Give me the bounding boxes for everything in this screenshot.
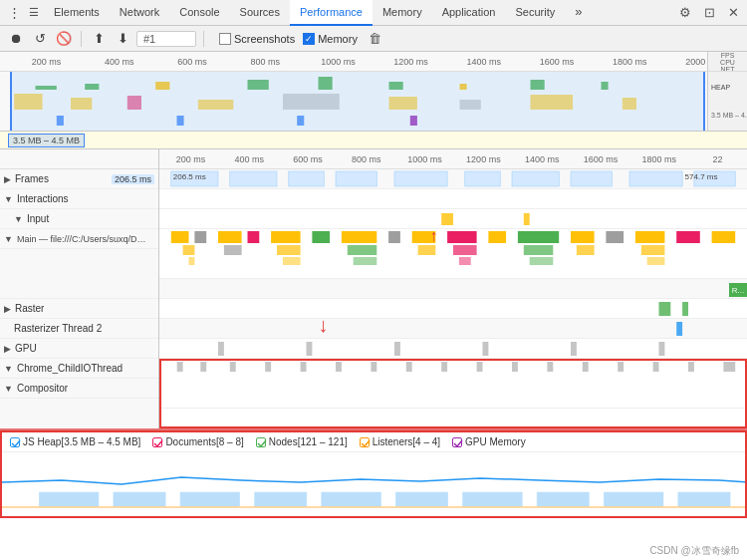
refresh-button[interactable]: ↺ bbox=[30, 29, 50, 49]
svg-rect-84 bbox=[477, 362, 483, 372]
frames-row[interactable]: ▶ Frames 206.5 ms bbox=[0, 169, 158, 189]
svg-rect-10 bbox=[71, 98, 92, 110]
fps-chart bbox=[0, 72, 707, 92]
svg-rect-15 bbox=[460, 100, 481, 110]
detail-ruler-left bbox=[0, 149, 158, 169]
upload-button[interactable]: ⬆ bbox=[89, 29, 109, 49]
download-button[interactable]: ⬇ bbox=[113, 29, 132, 49]
tab-sources[interactable]: Sources bbox=[230, 0, 290, 26]
input-chart-row bbox=[159, 209, 747, 229]
input-triangle: ▼ bbox=[14, 214, 23, 224]
svg-rect-17 bbox=[622, 98, 636, 110]
svg-rect-67 bbox=[682, 302, 688, 316]
interactions-row[interactable]: ▼ Interactions bbox=[0, 189, 158, 209]
svg-rect-14 bbox=[389, 97, 417, 110]
gpu-row[interactable]: ▶ GPU bbox=[0, 339, 158, 359]
close-icon[interactable]: ✕ bbox=[723, 3, 743, 23]
screenshots-checkbox[interactable] bbox=[219, 33, 231, 45]
dr-2: 400 ms bbox=[220, 154, 279, 164]
memory-checkbox[interactable]: ✓ bbox=[303, 33, 315, 45]
gpu-memory-checkbox[interactable] bbox=[452, 437, 462, 447]
svg-rect-34 bbox=[171, 231, 189, 243]
screenshots-check[interactable]: Screenshots bbox=[219, 33, 295, 45]
svg-rect-53 bbox=[277, 245, 301, 255]
svg-rect-96 bbox=[322, 492, 381, 506]
svg-rect-81 bbox=[371, 362, 376, 372]
tab-performance[interactable]: Performance bbox=[290, 0, 373, 26]
svg-rect-18 bbox=[57, 116, 64, 126]
legend-js-heap[interactable]: JS Heap[3.5 MB – 4.5 MB] bbox=[10, 436, 140, 447]
input-label: Input bbox=[27, 213, 49, 224]
frames-label: Frames bbox=[15, 173, 49, 184]
url-input[interactable] bbox=[136, 31, 196, 47]
tab-memory[interactable]: Memory bbox=[373, 0, 432, 26]
dr-1: 200 ms bbox=[161, 154, 220, 164]
inspect-icon[interactable]: ☰ bbox=[24, 3, 44, 23]
record-button[interactable]: ⏺ bbox=[6, 29, 26, 49]
docs-label: Documents[8 – 8] bbox=[165, 436, 243, 447]
raster-row[interactable]: ▶ Raster bbox=[0, 299, 158, 319]
chrome-io-row[interactable]: ▼ Chrome_ChildIOThread bbox=[0, 359, 158, 379]
svg-rect-20 bbox=[297, 116, 304, 126]
compositor-row[interactable]: ▼ Compositor bbox=[0, 379, 158, 399]
svg-rect-4 bbox=[319, 77, 333, 90]
legend-documents[interactable]: Documents[8 – 8] bbox=[152, 436, 243, 447]
rasterizer-row[interactable]: Rasterizer Thread 2 bbox=[0, 319, 158, 339]
ruler-mark: 1000 ms bbox=[302, 57, 374, 67]
chrome-io-chart-row bbox=[159, 339, 747, 359]
svg-rect-99 bbox=[537, 492, 589, 506]
main-row[interactable]: ▼ Main — file:///C:/Users/suxq/Desktop/%… bbox=[0, 229, 158, 249]
main-chart bbox=[159, 229, 747, 279]
docs-checkbox[interactable] bbox=[152, 437, 162, 447]
svg-rect-46 bbox=[571, 231, 595, 243]
tab-application[interactable]: Application bbox=[432, 0, 506, 26]
gpu-triangle: ▶ bbox=[4, 344, 11, 354]
dr-4: 800 ms bbox=[337, 154, 395, 164]
input-chart bbox=[159, 209, 747, 229]
listeners-checkbox[interactable] bbox=[360, 437, 370, 447]
js-heap-checkbox[interactable] bbox=[10, 437, 20, 447]
main-triangle: ▼ bbox=[4, 234, 13, 244]
input-row[interactable]: ▼ Input bbox=[0, 209, 158, 229]
svg-rect-72 bbox=[483, 342, 489, 356]
svg-rect-2 bbox=[155, 82, 169, 90]
nodes-checkbox[interactable] bbox=[256, 437, 266, 447]
ruler-mark: 1200 ms bbox=[374, 57, 447, 67]
memory-check[interactable]: ✓ Memory bbox=[303, 33, 358, 45]
svg-rect-48 bbox=[635, 231, 665, 243]
svg-rect-59 bbox=[641, 245, 665, 255]
frames-time-display: 206.5 ms bbox=[171, 172, 208, 181]
svg-rect-79 bbox=[301, 362, 307, 372]
svg-rect-27 bbox=[465, 171, 500, 186]
devtools-icon[interactable]: ⋮ bbox=[4, 3, 24, 23]
settings-icon[interactable]: ⚙ bbox=[675, 3, 695, 23]
raster-label: Raster bbox=[15, 303, 44, 314]
svg-rect-3 bbox=[248, 80, 269, 90]
dr-8: 1600 ms bbox=[572, 154, 630, 164]
svg-rect-0 bbox=[36, 86, 57, 90]
memory-legend: JS Heap[3.5 MB – 4.5 MB] Documents[8 – 8… bbox=[2, 432, 745, 452]
gpu-chart bbox=[159, 319, 747, 339]
tab-elements[interactable]: Elements bbox=[44, 0, 110, 26]
tab-network[interactable]: Network bbox=[110, 0, 169, 26]
tab-console[interactable]: Console bbox=[169, 0, 229, 26]
svg-rect-32 bbox=[441, 213, 453, 225]
legend-gpu[interactable]: GPU Memory bbox=[452, 436, 526, 447]
svg-rect-75 bbox=[177, 362, 183, 372]
svg-rect-90 bbox=[688, 362, 694, 372]
svg-rect-49 bbox=[676, 231, 700, 243]
tab-security[interactable]: Security bbox=[505, 0, 565, 26]
frames-time: 206.5 ms bbox=[112, 174, 154, 184]
tab-more[interactable]: » bbox=[565, 0, 592, 26]
label-panel: ▶ Frames 206.5 ms ▼ Interactions ▼ Input… bbox=[0, 149, 159, 428]
svg-rect-55 bbox=[418, 245, 436, 255]
chart-panel[interactable]: 200 ms 400 ms 600 ms 800 ms 1000 ms 1200… bbox=[159, 149, 747, 428]
trash-button[interactable]: 🗑 bbox=[366, 29, 385, 49]
legend-nodes[interactable]: Nodes[121 – 121] bbox=[256, 436, 348, 447]
legend-listeners[interactable]: Listeners[4 – 4] bbox=[360, 436, 440, 447]
arrow-down-1: ↓ bbox=[318, 314, 328, 337]
dock-icon[interactable]: ⊡ bbox=[699, 3, 719, 23]
clear-button[interactable]: 🚫 bbox=[54, 29, 74, 49]
svg-rect-28 bbox=[512, 171, 559, 186]
overview-section[interactable]: HEAP 3.5 MB – 4.5 MB bbox=[0, 72, 747, 132]
